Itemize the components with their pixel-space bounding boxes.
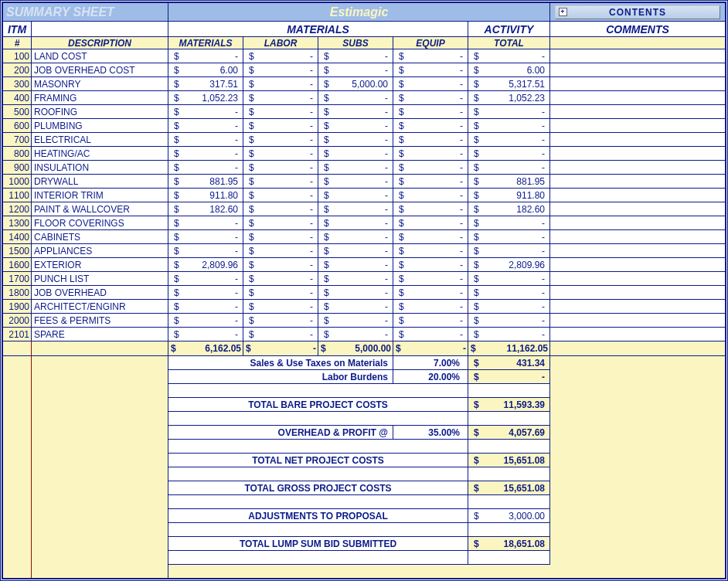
equip-cell[interactable]: $- bbox=[393, 202, 468, 216]
subs-cell[interactable]: $- bbox=[318, 328, 393, 341]
materials-cell[interactable]: $- bbox=[168, 300, 243, 314]
equip-cell[interactable]: $- bbox=[393, 133, 468, 147]
labor-cell[interactable]: $- bbox=[243, 216, 318, 230]
itm-cell[interactable]: 400 bbox=[3, 91, 32, 105]
total-cell[interactable]: $5,317.51 bbox=[468, 77, 550, 91]
total-cell[interactable]: $- bbox=[468, 133, 550, 147]
description-cell[interactable]: FEES & PERMITS bbox=[32, 314, 168, 328]
table-row[interactable]: 1500APPLIANCES$-$-$-$-$- bbox=[3, 244, 726, 258]
comments-cell[interactable] bbox=[550, 189, 726, 202]
materials-cell[interactable]: $- bbox=[168, 244, 243, 258]
description-cell[interactable]: ELECTRICAL bbox=[32, 133, 168, 147]
materials-cell[interactable]: $- bbox=[168, 161, 243, 175]
description-cell[interactable]: MASONRY bbox=[32, 77, 168, 91]
comments-cell[interactable] bbox=[550, 272, 726, 286]
total-cell[interactable]: $- bbox=[468, 328, 550, 341]
equip-cell[interactable]: $- bbox=[393, 314, 468, 328]
labor-cell[interactable]: $- bbox=[243, 300, 318, 314]
description-cell[interactable]: JOB OVERHEAD bbox=[32, 286, 168, 300]
equip-cell[interactable]: $- bbox=[393, 49, 468, 63]
comments-cell[interactable] bbox=[550, 119, 726, 133]
subs-cell[interactable]: $- bbox=[318, 216, 393, 230]
description-cell[interactable]: FLOOR COVERINGS bbox=[32, 216, 168, 230]
labor-cell[interactable]: $- bbox=[243, 286, 318, 300]
table-row[interactable]: 1300FLOOR COVERINGS$-$-$-$-$- bbox=[3, 216, 726, 230]
equip-cell[interactable]: $- bbox=[393, 147, 468, 161]
labor-cell[interactable]: $- bbox=[243, 202, 318, 216]
itm-cell[interactable]: 2000 bbox=[3, 314, 32, 328]
comments-cell[interactable] bbox=[550, 105, 726, 119]
description-cell[interactable]: SPARE bbox=[32, 328, 168, 341]
labor-cell[interactable]: $- bbox=[243, 133, 318, 147]
subs-cell[interactable]: $- bbox=[318, 314, 393, 328]
subs-cell[interactable]: $- bbox=[318, 105, 393, 119]
materials-cell[interactable]: $- bbox=[168, 230, 243, 244]
labor-cell[interactable]: $- bbox=[243, 63, 318, 77]
equip-cell[interactable]: $- bbox=[393, 189, 468, 202]
materials-cell[interactable]: $2,809.96 bbox=[168, 258, 243, 272]
itm-cell[interactable]: 1200 bbox=[3, 202, 32, 216]
subs-cell[interactable]: $- bbox=[318, 133, 393, 147]
itm-cell[interactable]: 1600 bbox=[3, 258, 32, 272]
comments-cell[interactable] bbox=[550, 77, 726, 91]
materials-cell[interactable]: $1,052.23 bbox=[168, 91, 243, 105]
total-cell[interactable]: $881.95 bbox=[468, 175, 550, 189]
total-cell[interactable]: $911.80 bbox=[468, 189, 550, 202]
subs-cell[interactable]: $- bbox=[318, 300, 393, 314]
comments-cell[interactable] bbox=[550, 161, 726, 175]
table-row[interactable]: 600PLUMBING$-$-$-$-$- bbox=[3, 119, 726, 133]
total-cell[interactable]: $- bbox=[468, 244, 550, 258]
description-cell[interactable]: LAND COST bbox=[32, 49, 168, 63]
equip-cell[interactable]: $- bbox=[393, 300, 468, 314]
materials-cell[interactable]: $- bbox=[168, 286, 243, 300]
description-cell[interactable]: EXTERIOR bbox=[32, 258, 168, 272]
equip-cell[interactable]: $- bbox=[393, 119, 468, 133]
comments-cell[interactable] bbox=[550, 147, 726, 161]
subs-cell[interactable]: $- bbox=[318, 189, 393, 202]
itm-cell[interactable]: 100 bbox=[3, 49, 32, 63]
total-cell[interactable]: $- bbox=[468, 161, 550, 175]
table-row[interactable]: 1400CABINETS$-$-$-$-$- bbox=[3, 230, 726, 244]
labor-cell[interactable]: $- bbox=[243, 161, 318, 175]
total-cell[interactable]: $1,052.23 bbox=[468, 91, 550, 105]
description-cell[interactable]: APPLIANCES bbox=[32, 244, 168, 258]
table-row[interactable]: 1600EXTERIOR$2,809.96$-$-$-$2,809.96 bbox=[3, 258, 726, 272]
comments-cell[interactable] bbox=[550, 175, 726, 189]
total-cell[interactable]: $2,809.96 bbox=[468, 258, 550, 272]
materials-cell[interactable]: $- bbox=[168, 328, 243, 341]
table-row[interactable]: 700ELECTRICAL$-$-$-$-$- bbox=[3, 133, 726, 147]
subs-cell[interactable]: $- bbox=[318, 244, 393, 258]
table-row[interactable]: 100LAND COST$-$-$-$-$- bbox=[3, 49, 726, 63]
materials-cell[interactable]: $911.80 bbox=[168, 189, 243, 202]
subs-cell[interactable]: $- bbox=[318, 63, 393, 77]
materials-cell[interactable]: $- bbox=[168, 272, 243, 286]
materials-cell[interactable]: $- bbox=[168, 216, 243, 230]
labor-cell[interactable]: $- bbox=[243, 272, 318, 286]
itm-cell[interactable]: 700 bbox=[3, 133, 32, 147]
table-row[interactable]: 1800JOB OVERHEAD$-$-$-$-$- bbox=[3, 286, 726, 300]
itm-cell[interactable]: 1500 bbox=[3, 244, 32, 258]
table-row[interactable]: 1700PUNCH LIST$-$-$-$-$- bbox=[3, 272, 726, 286]
labor-cell[interactable]: $- bbox=[243, 147, 318, 161]
itm-cell[interactable]: 800 bbox=[3, 147, 32, 161]
total-cell[interactable]: $182.60 bbox=[468, 202, 550, 216]
equip-cell[interactable]: $- bbox=[393, 175, 468, 189]
equip-cell[interactable]: $- bbox=[393, 286, 468, 300]
itm-cell[interactable]: 1900 bbox=[3, 300, 32, 314]
itm-cell[interactable]: 600 bbox=[3, 119, 32, 133]
subs-cell[interactable]: $- bbox=[318, 91, 393, 105]
description-cell[interactable]: CABINETS bbox=[32, 230, 168, 244]
materials-cell[interactable]: $317.51 bbox=[168, 77, 243, 91]
materials-cell[interactable]: $- bbox=[168, 314, 243, 328]
equip-cell[interactable]: $- bbox=[393, 216, 468, 230]
table-row[interactable]: 1000DRYWALL$881.95$-$-$-$881.95 bbox=[3, 175, 726, 189]
materials-cell[interactable]: $- bbox=[168, 147, 243, 161]
equip-cell[interactable]: $- bbox=[393, 230, 468, 244]
materials-cell[interactable]: $- bbox=[168, 133, 243, 147]
subs-cell[interactable]: $- bbox=[318, 49, 393, 63]
comments-cell[interactable] bbox=[550, 202, 726, 216]
description-cell[interactable]: PAINT & WALLCOVER bbox=[32, 202, 168, 216]
itm-cell[interactable]: 2101 bbox=[3, 328, 32, 341]
equip-cell[interactable]: $- bbox=[393, 105, 468, 119]
labor-cell[interactable]: $- bbox=[243, 105, 318, 119]
